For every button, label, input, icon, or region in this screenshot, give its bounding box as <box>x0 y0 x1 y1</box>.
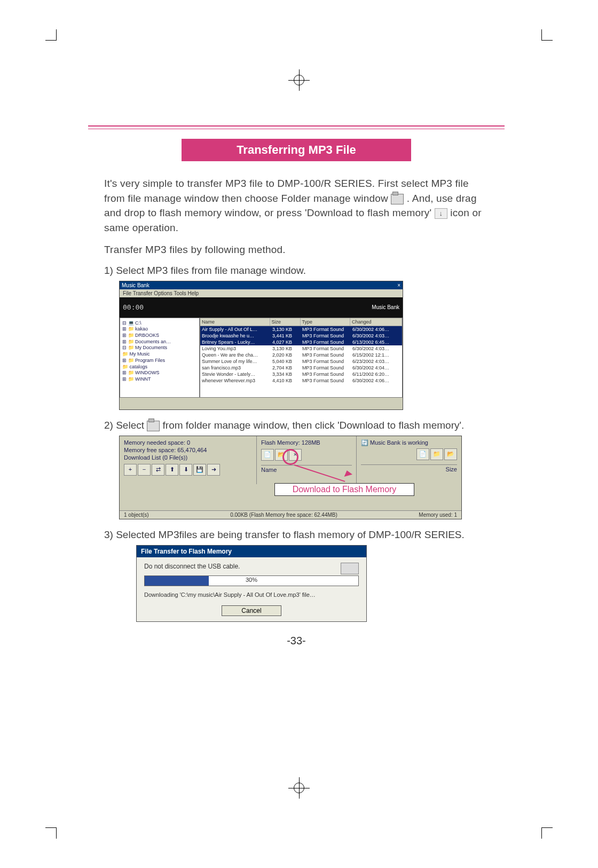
cell-name: Queen - We are the cha… <box>200 352 271 358</box>
panel-icon[interactable]: 📄 <box>416 448 429 460</box>
folder-tree[interactable]: ⊟ 💻 C:\ ⊞ 📁 kakao ⊞ 📁 DRBOOKS ⊞ 📁 Docume… <box>120 318 200 398</box>
flash-toolbar: 📄 📂 × <box>261 449 352 461</box>
download-toolbar: + − ⇄ ⬆ ⬇ 💾 ➜ <box>124 464 252 476</box>
intro-paragraph: It's very simple to transfer MP3 file to… <box>104 176 489 235</box>
music-bank-status-panel: 🔄 Music Bank is working 📄 📁 📂 Size <box>356 436 461 484</box>
transfer-animation-icon <box>341 563 359 574</box>
cell-size: 3,130 KB <box>271 346 301 351</box>
col-size[interactable]: Size <box>270 318 301 326</box>
cell-changed: 6/30/2002 4:03… <box>351 333 402 338</box>
step-3: 3) Selected MP3files are being transfer … <box>104 529 489 541</box>
download-path: Downloading 'C:\my music\Air Supply - Al… <box>144 591 359 598</box>
file-list-header: Name Size Type Changed <box>200 318 402 326</box>
cell-name: Stevie Wonder - Lately… <box>200 372 271 377</box>
cancel-button[interactable]: Cancel <box>222 605 281 616</box>
status-used: Memory used: 1 <box>419 512 457 518</box>
registration-mark <box>288 69 310 91</box>
window-close-icon[interactable]: × <box>397 282 400 288</box>
memory-free-label: Memory free space: <box>124 447 176 453</box>
col-changed[interactable]: Changed <box>350 318 402 326</box>
intro-paragraph: Transfer MP3 files by following method. <box>104 242 489 257</box>
tree-item[interactable]: ⊞ 📁 kakao <box>122 326 197 333</box>
cell-name: san francisco.mp3 <box>200 365 271 370</box>
tree-item[interactable]: ⊞ 📁 WINDOWS <box>122 370 197 376</box>
file-list-row[interactable]: Summer Love of my life…5,040 KBMP3 Forma… <box>200 358 402 365</box>
tree-item[interactable]: ⊟ 💻 C:\ <box>122 320 197 327</box>
crop-mark <box>541 827 553 839</box>
cell-type: MP3 Format Sound <box>301 352 351 358</box>
tree-item[interactable]: ⊞ 📁 Program Files <box>122 358 197 364</box>
cell-changed: 6/30/2002 4:04… <box>351 365 402 370</box>
tree-item[interactable]: ⊞ 📁 DRBOOKS <box>122 333 197 339</box>
crop-mark <box>45 29 57 41</box>
file-list-row[interactable]: Britney Spears - Lucky…4,027 KBMP3 Forma… <box>200 339 402 345</box>
file-list-row[interactable]: whenever Wherever.mp34,410 KBMP3 Format … <box>200 377 402 384</box>
file-list-row[interactable]: Stevie Wonder - Lately…3,334 KBMP3 Forma… <box>200 371 402 377</box>
cell-type: MP3 Format Sound <box>301 378 351 383</box>
progress-bar: 30% <box>144 575 359 586</box>
status-objects: 1 object(s) <box>124 512 149 518</box>
file-list-row[interactable]: Loving You.mp33,130 KBMP3 Format Sound6/… <box>200 345 402 352</box>
menu-bar[interactable]: File Transfer Options Tools Help <box>120 289 403 297</box>
file-list-row[interactable]: Queen - We are the cha…2,020 KBMP3 Forma… <box>200 352 402 358</box>
tree-item[interactable]: 📁 My Music <box>122 351 197 358</box>
memory-free-value: 65,470,464 <box>177 447 207 453</box>
crop-mark <box>45 827 57 839</box>
tree-item[interactable]: 📁 catalogs <box>122 364 197 370</box>
cell-changed: 6/30/2002 4:06… <box>351 378 402 383</box>
cell-type: MP3 Format Sound <box>301 327 351 332</box>
cell-name: Summer Love of my life… <box>200 359 271 364</box>
file-list[interactable]: Name Size Type Changed Air Supply - All … <box>200 318 403 398</box>
toolbar-add-button[interactable]: + <box>124 464 137 476</box>
cell-type: MP3 Format Sound <box>301 372 351 377</box>
download-list-label: Download List (0 File(s)) <box>124 454 252 461</box>
flash-memory-panel: Flash Memory: 128MB 📄 📂 × Name <box>257 436 356 484</box>
panel-icon[interactable]: 📁 <box>430 448 443 460</box>
toolbar-remove-button[interactable]: − <box>138 464 151 476</box>
flash-icon-button[interactable]: 📄 <box>261 449 274 461</box>
file-list-row[interactable]: Air Supply - All Out Of L…3,130 KBMP3 Fo… <box>200 326 402 333</box>
section-heading: Transferring MP3 File <box>182 139 411 161</box>
toolbar-save-button[interactable]: 💾 <box>193 464 206 476</box>
toolbar-transfer-button[interactable]: ➜ <box>207 464 220 476</box>
step-1: 1) Select MP3 files from file manage win… <box>104 265 489 277</box>
window-titlebar: Music Bank × <box>120 281 403 289</box>
brand-label: Music Bank <box>372 304 399 310</box>
cell-changed: 6/30/2002 4:06… <box>351 327 402 332</box>
horizontal-rule <box>88 129 505 129</box>
cell-size: 3,130 KB <box>271 327 301 332</box>
tree-item[interactable]: ⊞ 📁 Documents an… <box>122 339 197 345</box>
step-2: 2) Select from folder manage window, the… <box>104 420 489 431</box>
time-display: 00:00 <box>123 303 144 311</box>
toolbar-swap-button[interactable]: ⇄ <box>152 464 164 476</box>
cell-name: whenever Wherever.mp3 <box>200 378 271 383</box>
player-bar: 00:00 Music Bank <box>120 297 403 318</box>
cell-changed: 6/15/2002 12:1… <box>351 352 402 358</box>
cell-type: MP3 Format Sound <box>301 365 351 370</box>
toolbar-down-button[interactable]: ⬇ <box>179 464 192 476</box>
memory-free: Memory free space: 65,470,464 <box>124 447 252 453</box>
panel-icon[interactable]: 📂 <box>444 448 457 460</box>
dialog-titlebar: File Transfer to Flash Memory <box>137 546 366 557</box>
tree-item[interactable]: ⊞ 📁 WINNT <box>122 376 197 383</box>
col-name[interactable]: Name <box>200 318 270 326</box>
music-bank-working-label: 🔄 Music Bank is working <box>361 439 457 446</box>
folder-icon <box>147 421 160 431</box>
cell-size: 3,441 KB <box>271 333 301 338</box>
cell-changed: 6/11/2002 6:20… <box>351 372 402 377</box>
cell-size: 2,020 KB <box>271 352 301 358</box>
file-list-row[interactable]: Broodje kwaashe he u…3,441 KBMP3 Format … <box>200 333 402 339</box>
flash-memory-title: Flash Memory: 128MB <box>261 439 352 446</box>
tree-item[interactable]: ⊟ 📁 My Documents <box>122 345 197 351</box>
screenshot-transfer-dialog: File Transfer to Flash Memory Do not dis… <box>136 545 367 622</box>
toolbar-up-button[interactable]: ⬆ <box>166 464 178 476</box>
cell-type: MP3 Format Sound <box>301 359 351 364</box>
folder-icon <box>391 194 404 204</box>
callout-circle <box>282 449 298 465</box>
file-list-row[interactable]: san francisco.mp32,704 KBMP3 Format Soun… <box>200 365 402 371</box>
cell-name: Air Supply - All Out Of L… <box>200 327 271 332</box>
col-type[interactable]: Type <box>301 318 350 326</box>
status-memory: 0.00KB (Flash Memory free space: 62.44MB… <box>230 512 337 518</box>
cell-size: 4,410 KB <box>271 378 301 383</box>
cell-changed: 6/30/2002 4:03… <box>351 346 402 351</box>
